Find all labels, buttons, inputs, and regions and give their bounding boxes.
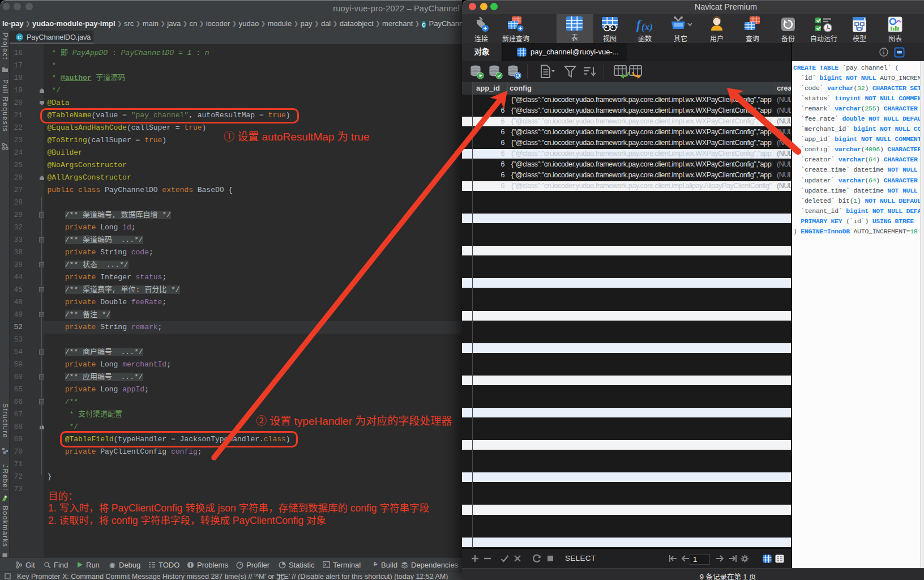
svg-text:(x): (x) (641, 22, 653, 32)
svg-text:DDL: DDL (897, 51, 902, 54)
